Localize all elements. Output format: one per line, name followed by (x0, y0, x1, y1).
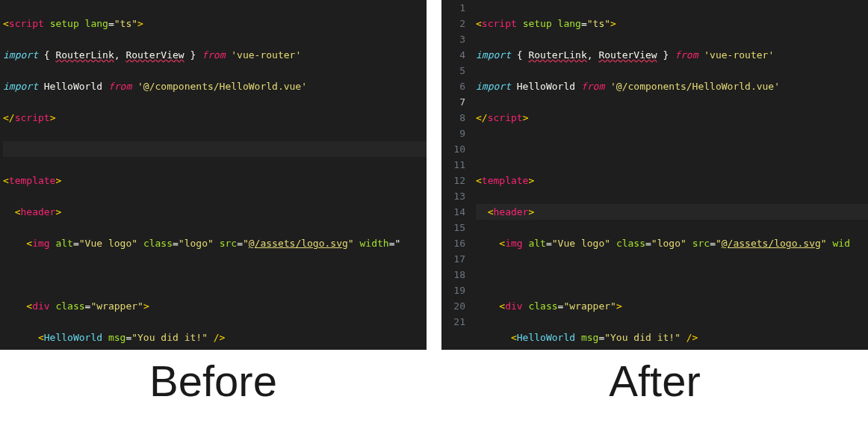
labels-row: Before After (0, 350, 868, 406)
editor-panels: <script setup lang="ts"> import { Router… (0, 0, 868, 350)
line-number-gutter: 1 2 3 4 5 6 7 8 9 10 11 12 13 14 15 16 1… (441, 0, 476, 350)
editor-before[interactable]: <script setup lang="ts"> import { Router… (0, 0, 427, 350)
label-before: Before (0, 350, 427, 406)
code-lines-after: <script setup lang="ts"> import { Router… (476, 0, 868, 350)
editor-after[interactable]: 1 2 3 4 5 6 7 8 9 10 11 12 13 14 15 16 1… (441, 0, 868, 350)
code-lines-before: <script setup lang="ts"> import { Router… (0, 0, 427, 350)
comparison-container: <script setup lang="ts"> import { Router… (0, 0, 868, 406)
label-after: After (441, 350, 868, 406)
